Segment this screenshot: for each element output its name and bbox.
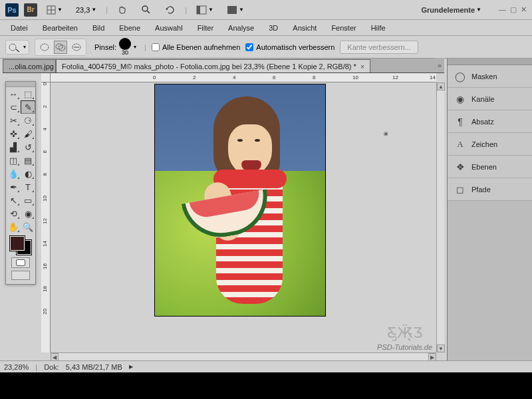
panel-grip[interactable] (448, 59, 532, 65)
auto-enhance-checkbox[interactable]: Automatisch verbessern (245, 43, 334, 51)
hand-tool-shortcut[interactable] (113, 3, 132, 17)
lasso-tool[interactable]: ⊂ (6, 100, 21, 114)
menu-bearbeiten[interactable]: Bearbeiten (36, 21, 84, 35)
document-canvas[interactable] (154, 84, 326, 317)
panel-label: Zeichen (471, 140, 497, 148)
ruler-origin[interactable] (41, 73, 51, 82)
3d-orbit-tool[interactable]: ◉ (21, 207, 35, 220)
zoom-percentage[interactable]: 23,28% (4, 363, 29, 371)
move-tool[interactable]: ↔ (6, 87, 21, 100)
ruler-tick: 2 (42, 105, 48, 108)
panel-ebenen[interactable]: ❖ Ebenen (448, 156, 532, 178)
arrange-documents-dropdown[interactable]: ▼ (192, 3, 217, 17)
document-tab[interactable]: ...olia.com.jpg × (3, 59, 56, 72)
menu-ebene[interactable]: Ebene (112, 21, 147, 35)
scroll-down-button[interactable]: ▼ (437, 344, 445, 352)
tool-preset-picker[interactable]: ▾ (5, 40, 29, 55)
ruler-tick: 2 (193, 74, 196, 80)
document-tab-bar: ...olia.com.jpg × Fotolia_4004759_M© mak… (3, 59, 444, 73)
quick-mask-toggle[interactable] (11, 257, 30, 268)
character-icon: A (454, 138, 466, 150)
vertical-ruler[interactable]: 0 2 4 6 8 10 12 14 16 18 20 (41, 82, 51, 352)
menu-filter[interactable]: Filter (191, 21, 220, 35)
checkbox-input[interactable] (152, 43, 160, 51)
tools-panel: ↔ ⬚ ⊂ ✎ ✂ ⚆ ✜ 🖌 ▟ ↺ ◫ ▤ 💧 ◐ ✒ T ↖ ▭ ⟲ ◉ (5, 81, 36, 285)
horizontal-scrollbar[interactable]: ◀ ▶ (51, 352, 436, 360)
scroll-up-button[interactable]: ▲ (437, 82, 445, 90)
panel-grip[interactable] (6, 82, 35, 87)
svg-point-12 (59, 45, 65, 51)
checkbox-input[interactable] (245, 43, 253, 51)
menu-datei[interactable]: Datei (4, 21, 35, 35)
refine-edge-button[interactable]: Kante verbessern... (340, 41, 418, 54)
zoom-tool-shortcut[interactable] (137, 3, 156, 17)
workspace-switcher[interactable]: Grundelemente ▼ (417, 4, 485, 16)
minimize-button[interactable]: — (499, 5, 506, 14)
panel-masken[interactable]: ◯ Masken (448, 65, 532, 88)
document-tab[interactable]: Fotolia_4004759_M© maks_photo - Fotolia.… (56, 59, 370, 72)
menu-hilfe[interactable]: Hilfe (364, 21, 392, 35)
type-tool[interactable]: T (21, 180, 35, 194)
menu-3d[interactable]: 3D (262, 21, 285, 35)
brush-tool[interactable]: 🖌 (21, 127, 35, 140)
view-extras-dropdown[interactable]: ▼ (43, 3, 66, 17)
pen-tool[interactable]: ✒ (6, 180, 21, 194)
tab-overflow-button[interactable]: » (435, 58, 444, 72)
hand-tool[interactable]: ✋ (6, 220, 21, 233)
vertical-scrollbar[interactable]: ▲ ▼ (436, 82, 444, 352)
new-selection-button[interactable] (38, 41, 51, 54)
shape-tool[interactable]: ▭ (21, 194, 35, 207)
close-icon[interactable]: × (360, 63, 364, 70)
menu-ansicht[interactable]: Ansicht (286, 21, 323, 35)
horizontal-ruler[interactable]: 0 2 4 6 8 10 12 14 (51, 73, 436, 82)
eraser-tool[interactable]: ◫ (6, 154, 21, 167)
close-button[interactable]: ✕ (521, 5, 527, 14)
doc-info-value: 5,43 MB/21,7 MB (66, 363, 122, 371)
panel-zeichen[interactable]: A Zeichen (448, 133, 532, 156)
crop-tool[interactable]: ✂ (6, 114, 21, 127)
quick-selection-tool[interactable]: ✎ (21, 100, 35, 114)
maximize-button[interactable]: ▢ (510, 5, 517, 14)
menu-fenster[interactable]: Fenster (325, 21, 362, 35)
add-to-selection-button[interactable] (54, 41, 67, 54)
rotate-view-shortcut[interactable] (161, 3, 180, 17)
sample-all-layers-checkbox[interactable]: Alle Ebenen aufnehmen (152, 43, 240, 51)
photoshop-logo-icon[interactable]: Ps (5, 3, 19, 17)
subtract-from-selection-button[interactable] (70, 41, 83, 54)
channels-icon: ◉ (454, 93, 466, 105)
tool-options-bar: ▾ Pinsel: 30 ▾ | Alle Ebenen aufnehmen A… (0, 36, 532, 59)
menu-bild[interactable]: Bild (86, 21, 111, 35)
menu-analyse[interactable]: Analyse (221, 21, 261, 35)
blur-tool[interactable]: 💧 (6, 167, 21, 180)
bridge-logo-icon[interactable]: Br (24, 3, 37, 17)
panel-label: Absatz (471, 118, 494, 126)
panel-kanaele[interactable]: ◉ Kanäle (448, 88, 532, 110)
history-brush-tool[interactable]: ↺ (21, 140, 35, 154)
healing-brush-tool[interactable]: ✜ (6, 127, 21, 140)
tab-label: ...olia.com.jpg (9, 63, 54, 70)
foreground-color-swatch[interactable] (10, 236, 25, 251)
eyedropper-tool[interactable]: ⚆ (21, 114, 35, 127)
screen-mode-dropdown[interactable]: ▼ (223, 3, 248, 17)
dodge-tool[interactable]: ◐ (21, 167, 35, 180)
marquee-tool[interactable]: ⬚ (21, 87, 35, 100)
document-viewport[interactable]: ✳ Ƹ̵̡Ӝ̵̨̄Ʒ PSD-Tutorials.de (51, 82, 436, 352)
zoom-level-dropdown[interactable]: 23,3 ▼ (72, 4, 100, 16)
zoom-tool[interactable]: 🔍 (21, 220, 35, 233)
brush-picker[interactable]: Pinsel: 30 ▾ (92, 37, 139, 57)
menu-auswahl[interactable]: Auswahl (148, 21, 190, 35)
path-selection-tool[interactable]: ↖ (6, 194, 21, 207)
panel-absatz[interactable]: ¶ Absatz (448, 110, 532, 133)
doc-info-menu[interactable]: ▶ (129, 364, 133, 370)
clone-stamp-tool[interactable]: ▟ (6, 140, 21, 154)
rotate-icon (165, 5, 176, 15)
3d-rotate-tool[interactable]: ⟲ (6, 207, 21, 220)
svg-point-10 (41, 44, 49, 51)
svg-point-3 (142, 6, 148, 11)
screen-mode-toggle[interactable] (11, 271, 30, 280)
application-window: Ps Br ▼ 23,3 ▼ | | ▼ ▼ Grundel (0, 0, 532, 372)
brush-label: Pinsel: (94, 43, 116, 51)
ruler-tick: 14 (430, 74, 436, 80)
panel-pfade[interactable]: ◻ Pfade (448, 178, 532, 201)
gradient-tool[interactable]: ▤ (21, 154, 35, 167)
